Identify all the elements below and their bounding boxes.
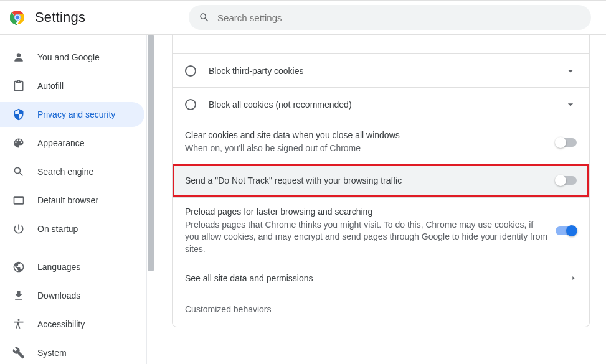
- customized-behaviors-section: Customized behaviors: [173, 292, 589, 327]
- setting-clear-on-close[interactable]: Clear cookies and site data when you clo…: [173, 121, 589, 164]
- cookies-card: Block third-party cookies in Incognito ⌄…: [172, 35, 590, 327]
- scrollbar-thumb[interactable]: [148, 35, 154, 271]
- arrow-right-icon: [570, 275, 577, 281]
- palette-icon: [12, 137, 25, 149]
- sidebar-item-label: Accessibility: [37, 319, 85, 329]
- search-input[interactable]: [217, 12, 581, 23]
- sidebar-item-downloads[interactable]: Downloads: [0, 283, 144, 308]
- sidebar-divider: [0, 248, 144, 248]
- clipboard-icon: [12, 80, 25, 92]
- page-title: Settings: [35, 9, 85, 26]
- main-content: Block third-party cookies in Incognito ⌄…: [156, 35, 606, 364]
- sidebar-item-you-google[interactable]: You and Google: [0, 45, 144, 70]
- download-icon: [12, 289, 25, 302]
- sidebar-item-system[interactable]: System: [0, 340, 144, 364]
- sidebar-item-label: Autofill: [37, 81, 64, 91]
- sidebar-item-label: Languages: [37, 262, 80, 272]
- setting-see-all-data[interactable]: See all site data and permissions: [173, 264, 589, 292]
- sidebar: You and Google Autofill Privacy and secu…: [0, 35, 156, 364]
- sidebar-item-privacy-security[interactable]: Privacy and security: [0, 102, 144, 127]
- setting-desc: Preloads pages that Chrome thinks you mi…: [185, 219, 548, 256]
- toggle-preload[interactable]: [556, 226, 577, 235]
- sidebar-item-appearance[interactable]: Appearance: [0, 131, 144, 156]
- power-icon: [12, 223, 25, 235]
- accessibility-icon: [12, 318, 25, 330]
- chevron-down-icon[interactable]: [564, 98, 577, 111]
- globe-icon: [12, 261, 25, 273]
- sidebar-item-label: Privacy and security: [37, 110, 115, 119]
- setting-desc: When on, you'll also be signed out of Ch…: [185, 142, 548, 155]
- sidebar-item-label: Default browser: [37, 195, 98, 205]
- shield-icon: [12, 108, 25, 121]
- setting-title: See all site data and permissions: [185, 273, 563, 283]
- setting-title: Preload pages for faster browsing and se…: [185, 207, 548, 217]
- sidebar-item-label: On startup: [37, 224, 78, 234]
- radio-icon: [185, 65, 196, 77]
- radio-block-all[interactable]: Block all cookies (not recommended): [173, 87, 589, 121]
- svg-point-2: [15, 15, 20, 20]
- setting-preload[interactable]: Preload pages for faster browsing and se…: [173, 197, 589, 264]
- radio-label: Block all cookies (not recommended): [209, 100, 352, 110]
- sidebar-item-label: Search engine: [37, 167, 93, 177]
- radio-block-incognito[interactable]: Block third-party cookies in Incognito ⌄: [173, 35, 589, 54]
- search-box[interactable]: [189, 5, 591, 30]
- wrench-icon: [12, 347, 25, 359]
- sidebar-item-autofill[interactable]: Autofill: [0, 73, 144, 98]
- setting-title: Clear cookies and site data when you clo…: [185, 130, 548, 140]
- radio-label: Block third-party cookies: [209, 66, 304, 76]
- sidebar-item-search-engine[interactable]: Search engine: [0, 159, 144, 184]
- section-heading: Customized behaviors: [185, 304, 577, 314]
- setting-dnt-highlight: Send a "Do Not Track" request with your …: [173, 164, 589, 197]
- chrome-logo-icon: [10, 10, 25, 25]
- person-icon: [12, 51, 25, 63]
- toggle-dnt[interactable]: [556, 176, 577, 185]
- browser-icon: [12, 194, 25, 207]
- header: Settings: [0, 0, 606, 35]
- search-icon: [12, 166, 25, 178]
- sidebar-item-default-browser[interactable]: Default browser: [0, 188, 144, 213]
- chevron-down-icon[interactable]: [564, 65, 577, 77]
- sidebar-item-on-startup[interactable]: On startup: [0, 217, 144, 241]
- sidebar-item-languages[interactable]: Languages: [0, 254, 144, 279]
- sidebar-item-label: System: [37, 348, 67, 358]
- sidebar-item-label: Downloads: [37, 291, 80, 301]
- toggle-clear-on-close[interactable]: [556, 138, 577, 147]
- radio-icon: [185, 99, 196, 110]
- setting-title: Send a "Do Not Track" request with your …: [185, 175, 548, 185]
- radio-block-third-party[interactable]: Block third-party cookies: [173, 54, 589, 87]
- sidebar-item-label: You and Google: [37, 52, 100, 62]
- sidebar-scrollbar[interactable]: [146, 35, 155, 364]
- search-icon: [199, 12, 210, 23]
- sidebar-item-label: Appearance: [37, 138, 85, 148]
- sidebar-item-accessibility[interactable]: Accessibility: [0, 312, 144, 337]
- setting-dnt[interactable]: Send a "Do Not Track" request with your …: [174, 166, 587, 195]
